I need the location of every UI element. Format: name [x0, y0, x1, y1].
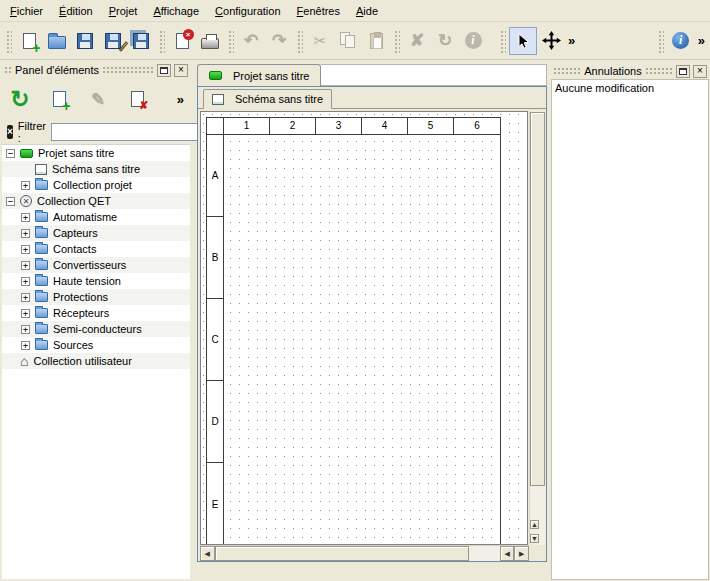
toolbar-grip[interactable] [657, 29, 664, 53]
toolbar-grip[interactable] [5, 29, 12, 53]
tree-item-semi-conducteurs[interactable]: + Semi-conducteurs [2, 321, 190, 337]
menu-aide[interactable]: Aide [348, 2, 386, 20]
scroll-left-button-2[interactable]: ◀ [500, 546, 515, 561]
menu-fichier[interactable]: Fichier [2, 2, 51, 20]
new-element-button[interactable]: + [45, 85, 73, 113]
toolbar-grip[interactable] [227, 29, 234, 53]
tree-item-projet-sans-titre[interactable]: − Projet sans titre [2, 145, 190, 161]
panel-overflow-button[interactable]: » [177, 92, 184, 107]
rotate-button[interactable]: ↻ [431, 27, 459, 55]
tree-item-convertisseurs[interactable]: + Convertisseurs [2, 257, 190, 273]
toolbar-overflow-button-2[interactable]: » [695, 33, 708, 48]
tree-item-label: Projet sans titre [38, 147, 114, 159]
tree-item-protections[interactable]: + Protections [2, 289, 190, 305]
menu-projet[interactable]: Projet [101, 2, 146, 20]
column-label: 5 [408, 118, 454, 134]
tree-item-haute-tension[interactable]: + Haute tension [2, 273, 190, 289]
expand-expander-icon[interactable]: + [21, 341, 30, 350]
edit-element-button[interactable]: ✎ [84, 85, 112, 113]
vertical-scrollbar[interactable]: ▲ ▼ [529, 111, 545, 545]
tree-item-capteurs[interactable]: + Capteurs [2, 225, 190, 241]
element-info-button[interactable]: i [459, 27, 487, 55]
diagram-frame: 1 2 3 4 5 6 A B C D E [206, 117, 501, 545]
toolbar-grip[interactable] [296, 29, 303, 53]
tree-item-label: Convertisseurs [53, 259, 126, 271]
tree-item-collection-qet[interactable]: − Collection QET [2, 193, 190, 209]
tree-item-automatisme[interactable]: + Automatisme [2, 209, 190, 225]
horizontal-scrollbar[interactable]: ◀ ◀ ▶ [200, 545, 529, 561]
scrollbar-track[interactable] [469, 546, 500, 561]
float-panel-button[interactable] [157, 64, 171, 77]
redo-button[interactable]: ↷ [265, 27, 293, 55]
menu-configuration[interactable]: Configuration [207, 2, 288, 20]
folder-icon [35, 292, 48, 302]
tree-item-collection-projet[interactable]: + Collection projet [2, 177, 190, 193]
save-button[interactable] [71, 27, 99, 55]
tree-item-label: Collection QET [37, 195, 111, 207]
float-panel-button[interactable] [676, 65, 690, 78]
tree-item-recepteurs[interactable]: + Récepteurs [2, 305, 190, 321]
tree-item-label: Haute tension [53, 275, 121, 287]
tree-item-schema-sans-titre[interactable]: Schéma sans titre [2, 161, 190, 177]
expand-expander-icon[interactable]: + [21, 293, 30, 302]
diagram-view[interactable]: 1 2 3 4 5 6 A B C D E [200, 111, 528, 545]
expand-expander-icon[interactable]: + [21, 261, 30, 270]
copy-button[interactable] [334, 27, 362, 55]
elements-panel-titlebar[interactable]: Panel d'éléments × [2, 62, 190, 78]
toolbar-grip[interactable] [499, 29, 506, 53]
tab-projet-sans-titre[interactable]: Projet sans titre [197, 64, 321, 86]
menu-edition[interactable]: Édition [51, 2, 101, 20]
horizontal-scrollbar-thumb[interactable] [215, 546, 469, 561]
collapse-expander-icon[interactable]: − [6, 197, 15, 206]
expand-expander-icon[interactable]: + [21, 229, 30, 238]
scroll-down-button[interactable]: ▼ [530, 534, 539, 543]
main-toolbar: + × ↶ ↷ ✂ ✘ ↻ i [0, 22, 710, 60]
pan-tool-button[interactable] [537, 27, 565, 55]
tree-item-contacts[interactable]: + Contacts [2, 241, 190, 257]
tree-item-collection-utilisateur[interactable]: ⌂ Collection utilisateur [2, 353, 190, 369]
delete-element-button[interactable]: ✘ [123, 85, 151, 113]
print-button[interactable] [196, 27, 224, 55]
close-file-button[interactable]: × [168, 27, 196, 55]
delete-button[interactable]: ✘ [403, 27, 431, 55]
drawing-canvas[interactable] [224, 135, 500, 545]
open-project-button[interactable] [43, 27, 71, 55]
expand-expander-icon[interactable]: + [21, 213, 30, 222]
undo-button[interactable]: ↶ [237, 27, 265, 55]
qet-collection-icon [20, 195, 32, 207]
save-all-button[interactable] [127, 27, 155, 55]
toolbar-grip[interactable] [158, 29, 165, 53]
select-tool-button[interactable] [509, 27, 537, 55]
tree-item-sources[interactable]: + Sources [2, 337, 190, 353]
expand-expander-icon[interactable]: + [21, 309, 30, 318]
reload-collections-button[interactable]: ↻ [6, 85, 34, 113]
toolbar-grip[interactable] [393, 29, 400, 53]
tree-item-label: Récepteurs [53, 307, 109, 319]
undo-history-list[interactable]: Aucune modification [551, 79, 709, 580]
new-project-button[interactable]: + [15, 27, 43, 55]
collapse-expander-icon[interactable]: − [6, 149, 15, 158]
menu-fenetres[interactable]: Fenêtres [289, 2, 348, 20]
close-panel-button[interactable]: × [693, 65, 707, 78]
toolbar-overflow-button[interactable]: » [565, 33, 578, 48]
save-as-button[interactable] [99, 27, 127, 55]
scroll-left-button[interactable]: ◀ [200, 546, 215, 561]
vertical-scrollbar-thumb[interactable] [530, 112, 545, 486]
scroll-right-button[interactable]: ▶ [514, 546, 529, 561]
about-button[interactable]: i [667, 27, 695, 55]
expand-expander-icon[interactable]: + [21, 245, 30, 254]
filter-input[interactable] [51, 123, 201, 141]
tab-schema-sans-titre[interactable]: Schéma sans titre [203, 89, 332, 109]
clear-filter-icon[interactable]: × [7, 125, 13, 139]
close-panel-button[interactable]: × [174, 64, 188, 77]
plus-badge-icon: + [32, 41, 40, 55]
delete-icon: ✘ [410, 32, 424, 49]
menu-affichage[interactable]: Affichage [145, 2, 207, 20]
expand-expander-icon[interactable]: + [21, 325, 30, 334]
undo-panel-titlebar[interactable]: Annulations × [551, 63, 709, 79]
paste-button[interactable] [362, 27, 390, 55]
expand-expander-icon[interactable]: + [21, 277, 30, 286]
scroll-up-button[interactable]: ▲ [530, 520, 539, 529]
expand-expander-icon[interactable]: + [21, 181, 30, 190]
cut-button[interactable]: ✂ [306, 27, 334, 55]
